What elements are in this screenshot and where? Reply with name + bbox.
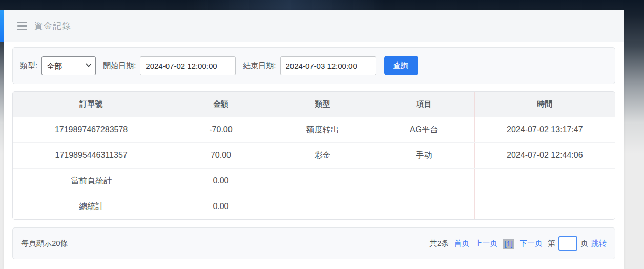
first-page-link[interactable]: 首页 (454, 239, 469, 249)
table-row: 當前頁統計0.00 (13, 168, 615, 194)
start-date-input[interactable] (140, 56, 236, 75)
table-cell (474, 194, 615, 219)
table-cell: 2024-07-02 13:17:47 (474, 117, 615, 142)
jump-suffix-label: 页 (580, 239, 588, 249)
search-button[interactable]: 查詢 (384, 56, 418, 75)
table-cell (373, 168, 474, 194)
column-header: 訂單號 (13, 92, 170, 117)
type-label: 類型: (20, 61, 37, 71)
current-page-indicator: [1] (503, 239, 514, 249)
pagination-bar: 每頁顯示20條 共2条 首页 上一页 [1] 下一页 第 页 跳转 (12, 227, 615, 259)
jump-group: 第 页 跳转 (548, 236, 607, 251)
jump-button[interactable]: 跳转 (591, 239, 607, 249)
pagination-controls: 共2条 首页 上一页 [1] 下一页 第 页 跳转 (429, 236, 607, 251)
table-cell: 1719897467283578 (13, 117, 170, 142)
type-select[interactable]: 全部 (41, 56, 96, 75)
column-header: 項目 (373, 92, 474, 117)
table-cell: 70.00 (170, 142, 272, 168)
table-cell: 0.00 (170, 194, 272, 219)
table-cell: 额度转出 (272, 117, 373, 142)
table-cell: 手动 (373, 142, 474, 168)
table-cell (474, 168, 615, 194)
column-header: 類型 (272, 92, 373, 117)
prev-page-link[interactable]: 上一页 (474, 239, 497, 249)
content-card: 資金記錄 類型: 全部 開始日期: 結束日期: 查詢 訂單號金額類型項目時間 1… (4, 10, 624, 269)
menu-icon[interactable] (17, 22, 27, 30)
next-page-link[interactable]: 下一页 (520, 239, 543, 249)
total-count-text: 共2条 (429, 239, 449, 249)
filter-panel: 類型: 全部 開始日期: 結束日期: 查詢 (12, 47, 615, 84)
table-cell: 當前頁統計 (13, 168, 170, 194)
table-cell: 總統計 (13, 194, 170, 219)
column-header: 時間 (474, 92, 615, 117)
table-cell: 彩金 (272, 142, 373, 168)
header-accent-strip (0, 10, 4, 42)
table-header-row: 訂單號金額類型項目時間 (13, 92, 615, 117)
page-size-text: 每頁顯示20條 (21, 239, 68, 249)
records-table-wrap: 訂單號金額類型項目時間 1719897467283578-70.00额度转出AG… (12, 91, 615, 220)
end-date-input[interactable] (280, 56, 376, 75)
table-row: 171989544631135770.00彩金手动2024-07-02 12:4… (13, 142, 615, 168)
table-row: 總統計0.00 (13, 194, 615, 219)
page-header: 資金記錄 (4, 10, 624, 42)
type-select-wrap: 全部 (41, 56, 96, 75)
table-cell (373, 194, 474, 219)
table-cell: -70.00 (170, 117, 272, 142)
start-date-label: 開始日期: (103, 61, 136, 71)
table-body: 1719897467283578-70.00额度转出AG平台2024-07-02… (13, 117, 615, 219)
table-cell (272, 168, 373, 194)
page-title: 資金記錄 (34, 20, 71, 32)
jump-prefix-label: 第 (548, 239, 555, 249)
table-cell: 0.00 (170, 168, 272, 194)
jump-page-input[interactable] (558, 236, 577, 251)
table-cell: 1719895446311357 (13, 142, 170, 168)
table-row: 1719897467283578-70.00额度转出AG平台2024-07-02… (13, 117, 615, 142)
table-cell: 2024-07-02 12:44:06 (474, 142, 615, 168)
column-header: 金額 (170, 92, 272, 117)
table-cell (272, 194, 373, 219)
top-dark-bar (0, 0, 644, 10)
table-cell: AG平台 (373, 117, 474, 142)
end-date-label: 結束日期: (243, 61, 276, 71)
records-table: 訂單號金額類型項目時間 1719897467283578-70.00额度转出AG… (13, 92, 615, 219)
